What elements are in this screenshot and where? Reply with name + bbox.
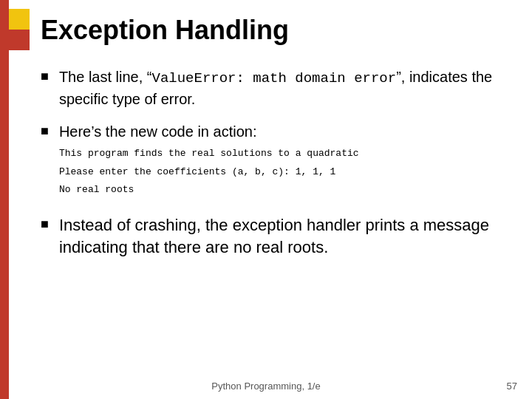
inline-code-1: ValueError: math domain error (151, 70, 396, 86)
bullet-3-text: Instead of crashing, the exception handl… (59, 214, 517, 260)
footer-title: Python Programming, 1/e (211, 381, 320, 392)
bullet-list: ■ The last line, “ValueError: math domai… (41, 66, 517, 259)
main-content: Exception Handling ■ The last line, “Val… (41, 15, 517, 377)
list-item: ■ Instead of crashing, the exception han… (41, 214, 517, 260)
left-accent-bar (0, 0, 9, 399)
bullet-1-text: The last line, “ValueError: math domain … (59, 66, 517, 109)
code-block-2: Please enter the coefficients (a, b, c):… (59, 165, 359, 180)
bullet-dot-3: ■ (41, 216, 49, 232)
red-square (9, 30, 30, 50)
code-block-1: This program finds the real solutions to… (59, 146, 359, 161)
list-item: ■ The last line, “ValueError: math domai… (41, 66, 517, 109)
footer-page-number: 57 (507, 381, 517, 392)
top-decoration (9, 9, 30, 50)
code-block-3: No real roots (59, 184, 359, 195)
footer-center: Python Programming, 1/e (0, 381, 532, 392)
page-title: Exception Handling (41, 15, 517, 46)
bullet-dot-1: ■ (41, 69, 49, 84)
list-item: ■ Here’s the new code in action: This pr… (41, 121, 517, 202)
bullet-2-content: Here’s the new code in action: This prog… (59, 121, 359, 202)
yellow-square (9, 9, 30, 30)
bullet-dot-2: ■ (41, 123, 49, 139)
bullet-2-text: Here’s the new code in action: (59, 123, 257, 140)
